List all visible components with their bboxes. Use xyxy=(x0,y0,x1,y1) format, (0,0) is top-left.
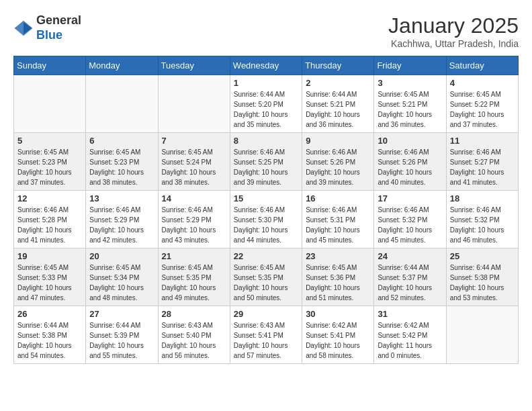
calendar-day-cell: 4Sunrise: 6:45 AM Sunset: 5:22 PM Daylig… xyxy=(446,75,518,133)
weekday-header-saturday: Saturday xyxy=(446,56,518,75)
day-info: Sunrise: 6:44 AM Sunset: 5:38 PM Dayligh… xyxy=(17,320,82,361)
day-number: 29 xyxy=(234,309,298,319)
calendar-day-cell xyxy=(158,75,230,133)
weekday-header-wednesday: Wednesday xyxy=(230,56,302,75)
day-info: Sunrise: 6:42 AM Sunset: 5:41 PM Dayligh… xyxy=(306,320,370,361)
weekday-header-tuesday: Tuesday xyxy=(158,56,230,75)
day-number: 11 xyxy=(450,136,515,146)
day-info: Sunrise: 6:45 AM Sunset: 5:35 PM Dayligh… xyxy=(162,263,226,303)
calendar-day-cell: 30Sunrise: 6:42 AM Sunset: 5:41 PM Dayli… xyxy=(302,306,374,364)
day-number: 2 xyxy=(306,78,370,88)
day-number: 4 xyxy=(450,78,515,88)
calendar-day-cell: 24Sunrise: 6:44 AM Sunset: 5:37 PM Dayli… xyxy=(374,248,446,306)
calendar-day-cell: 12Sunrise: 6:46 AM Sunset: 5:28 PM Dayli… xyxy=(14,191,86,248)
day-number: 3 xyxy=(378,78,442,88)
calendar-day-cell: 17Sunrise: 6:46 AM Sunset: 5:32 PM Dayli… xyxy=(374,191,446,248)
svg-marker-1 xyxy=(24,22,32,34)
day-number: 24 xyxy=(378,251,442,261)
calendar-day-cell: 3Sunrise: 6:45 AM Sunset: 5:21 PM Daylig… xyxy=(374,75,446,133)
day-info: Sunrise: 6:46 AM Sunset: 5:25 PM Dayligh… xyxy=(234,147,298,187)
day-info: Sunrise: 6:46 AM Sunset: 5:29 PM Dayligh… xyxy=(162,205,226,245)
calendar-day-cell: 10Sunrise: 6:46 AM Sunset: 5:26 PM Dayli… xyxy=(374,133,446,191)
calendar-day-cell: 1Sunrise: 6:44 AM Sunset: 5:20 PM Daylig… xyxy=(230,75,302,133)
day-info: Sunrise: 6:42 AM Sunset: 5:42 PM Dayligh… xyxy=(378,320,442,361)
calendar-day-cell: 8Sunrise: 6:46 AM Sunset: 5:25 PM Daylig… xyxy=(230,133,302,191)
day-number: 23 xyxy=(306,251,370,261)
day-info: Sunrise: 6:46 AM Sunset: 5:26 PM Dayligh… xyxy=(306,147,370,187)
calendar-day-cell: 31Sunrise: 6:42 AM Sunset: 5:42 PM Dayli… xyxy=(374,306,446,364)
day-info: Sunrise: 6:45 AM Sunset: 5:24 PM Dayligh… xyxy=(162,147,226,187)
day-info: Sunrise: 6:46 AM Sunset: 5:30 PM Dayligh… xyxy=(234,205,298,245)
calendar-day-cell: 5Sunrise: 6:45 AM Sunset: 5:23 PM Daylig… xyxy=(14,133,86,191)
weekday-header-sunday: Sunday xyxy=(14,56,86,75)
calendar-day-cell: 21Sunrise: 6:45 AM Sunset: 5:35 PM Dayli… xyxy=(158,248,230,306)
logo-general-text: General xyxy=(36,13,81,28)
day-info: Sunrise: 6:46 AM Sunset: 5:32 PM Dayligh… xyxy=(450,205,515,245)
day-number: 19 xyxy=(17,251,82,261)
day-info: Sunrise: 6:43 AM Sunset: 5:41 PM Dayligh… xyxy=(234,320,298,361)
day-number: 18 xyxy=(450,193,515,203)
day-info: Sunrise: 6:44 AM Sunset: 5:21 PM Dayligh… xyxy=(306,89,370,130)
day-info: Sunrise: 6:46 AM Sunset: 5:29 PM Dayligh… xyxy=(89,205,154,245)
day-info: Sunrise: 6:45 AM Sunset: 5:36 PM Dayligh… xyxy=(306,263,370,303)
calendar-day-cell: 26Sunrise: 6:44 AM Sunset: 5:38 PM Dayli… xyxy=(14,306,86,364)
day-number: 21 xyxy=(162,251,226,261)
title-block: January 2025 Kachhwa, Uttar Pradesh, Ind… xyxy=(388,13,519,49)
month-title: January 2025 xyxy=(388,13,519,38)
weekday-header-monday: Monday xyxy=(86,56,158,75)
day-number: 9 xyxy=(306,136,370,146)
calendar-week-row: 19Sunrise: 6:45 AM Sunset: 5:33 PM Dayli… xyxy=(14,248,519,306)
day-number: 6 xyxy=(89,136,154,146)
calendar-day-cell: 22Sunrise: 6:45 AM Sunset: 5:35 PM Dayli… xyxy=(230,248,302,306)
day-info: Sunrise: 6:45 AM Sunset: 5:23 PM Dayligh… xyxy=(89,147,154,187)
day-number: 17 xyxy=(378,193,442,203)
calendar-day-cell: 14Sunrise: 6:46 AM Sunset: 5:29 PM Dayli… xyxy=(158,191,230,248)
calendar-day-cell: 15Sunrise: 6:46 AM Sunset: 5:30 PM Dayli… xyxy=(230,191,302,248)
calendar-day-cell: 9Sunrise: 6:46 AM Sunset: 5:26 PM Daylig… xyxy=(302,133,374,191)
day-info: Sunrise: 6:44 AM Sunset: 5:20 PM Dayligh… xyxy=(234,89,298,130)
weekday-header-row: SundayMondayTuesdayWednesdayThursdayFrid… xyxy=(14,56,519,75)
day-number: 7 xyxy=(162,136,226,146)
day-number: 12 xyxy=(17,193,82,203)
day-info: Sunrise: 6:46 AM Sunset: 5:32 PM Dayligh… xyxy=(378,205,442,245)
calendar-day-cell: 13Sunrise: 6:46 AM Sunset: 5:29 PM Dayli… xyxy=(86,191,158,248)
calendar-day-cell: 11Sunrise: 6:46 AM Sunset: 5:27 PM Dayli… xyxy=(446,133,518,191)
calendar-day-cell: 16Sunrise: 6:46 AM Sunset: 5:31 PM Dayli… xyxy=(302,191,374,248)
page-header: General Blue January 2025 Kachhwa, Uttar… xyxy=(13,13,519,49)
day-number: 22 xyxy=(234,251,298,261)
logo: General Blue xyxy=(13,13,81,42)
calendar-week-row: 26Sunrise: 6:44 AM Sunset: 5:38 PM Dayli… xyxy=(14,306,519,364)
day-info: Sunrise: 6:43 AM Sunset: 5:40 PM Dayligh… xyxy=(162,320,226,361)
day-number: 31 xyxy=(378,309,442,319)
day-number: 1 xyxy=(234,78,298,88)
day-info: Sunrise: 6:45 AM Sunset: 5:33 PM Dayligh… xyxy=(17,263,82,303)
weekday-header-thursday: Thursday xyxy=(302,56,374,75)
calendar-day-cell: 18Sunrise: 6:46 AM Sunset: 5:32 PM Dayli… xyxy=(446,191,518,248)
day-number: 16 xyxy=(306,193,370,203)
day-info: Sunrise: 6:44 AM Sunset: 5:37 PM Dayligh… xyxy=(378,263,442,303)
day-number: 15 xyxy=(234,193,298,203)
day-info: Sunrise: 6:45 AM Sunset: 5:23 PM Dayligh… xyxy=(17,147,82,187)
day-info: Sunrise: 6:46 AM Sunset: 5:28 PM Dayligh… xyxy=(17,205,82,245)
day-number: 20 xyxy=(89,251,154,261)
logo-blue-text: Blue xyxy=(36,28,81,43)
day-number: 30 xyxy=(306,309,370,319)
calendar-day-cell: 25Sunrise: 6:44 AM Sunset: 5:38 PM Dayli… xyxy=(446,248,518,306)
calendar-day-cell: 23Sunrise: 6:45 AM Sunset: 5:36 PM Dayli… xyxy=(302,248,374,306)
calendar-week-row: 1Sunrise: 6:44 AM Sunset: 5:20 PM Daylig… xyxy=(14,75,519,133)
calendar-week-row: 5Sunrise: 6:45 AM Sunset: 5:23 PM Daylig… xyxy=(14,133,519,191)
day-info: Sunrise: 6:46 AM Sunset: 5:31 PM Dayligh… xyxy=(306,205,370,245)
calendar-day-cell: 2Sunrise: 6:44 AM Sunset: 5:21 PM Daylig… xyxy=(302,75,374,133)
day-number: 28 xyxy=(162,309,226,319)
weekday-header-friday: Friday xyxy=(374,56,446,75)
calendar-day-cell: 20Sunrise: 6:45 AM Sunset: 5:34 PM Dayli… xyxy=(86,248,158,306)
calendar-day-cell: 28Sunrise: 6:43 AM Sunset: 5:40 PM Dayli… xyxy=(158,306,230,364)
calendar-day-cell xyxy=(446,306,518,364)
day-info: Sunrise: 6:46 AM Sunset: 5:26 PM Dayligh… xyxy=(378,147,442,187)
day-number: 10 xyxy=(378,136,442,146)
day-number: 27 xyxy=(89,309,154,319)
day-number: 14 xyxy=(162,193,226,203)
day-number: 8 xyxy=(234,136,298,146)
day-info: Sunrise: 6:44 AM Sunset: 5:39 PM Dayligh… xyxy=(89,320,154,361)
calendar-day-cell xyxy=(14,75,86,133)
